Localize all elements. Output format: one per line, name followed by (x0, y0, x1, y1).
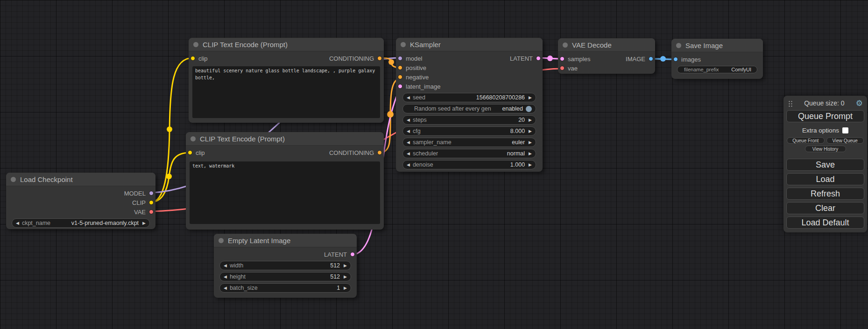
scheduler-widget[interactable]: ◀ scheduler normal ▶ (402, 149, 536, 158)
increment-arrow-icon[interactable]: ▶ (529, 118, 532, 122)
decrement-arrow-icon[interactable]: ◀ (224, 286, 227, 290)
increment-arrow-icon[interactable]: ▶ (529, 96, 532, 100)
node-title: Save Image (685, 42, 723, 49)
view-history-button[interactable]: View History (805, 146, 846, 152)
collapse-dot-icon[interactable] (401, 42, 406, 47)
port-conditioning-output[interactable] (377, 150, 382, 155)
port-model-output[interactable] (149, 191, 154, 196)
link-dot[interactable] (167, 126, 172, 132)
link-dot[interactable] (387, 111, 394, 118)
node-ksampler[interactable]: KSampler model LATENT positive negative … (396, 38, 543, 172)
load-default-button[interactable]: Load Default (786, 217, 864, 229)
clear-button[interactable]: Clear (786, 202, 864, 214)
queue-prompt-button[interactable]: Queue Prompt (786, 110, 864, 122)
port-conditioning-output[interactable] (377, 56, 382, 61)
link-dot[interactable] (166, 174, 172, 179)
collapse-dot-icon[interactable] (219, 238, 224, 243)
port-samples-input[interactable] (560, 56, 565, 61)
view-queue-button[interactable]: View Queue (826, 137, 864, 144)
node-title-bar[interactable]: CLIP Text Encode (Prompt) (186, 132, 384, 146)
height-widget[interactable]: ◀ height 512 ▶ (219, 272, 351, 281)
steps-widget[interactable]: ◀ steps 20 ▶ (402, 115, 536, 125)
port-image-output[interactable] (649, 56, 653, 61)
collapse-dot-icon[interactable] (563, 42, 568, 48)
decrement-arrow-icon[interactable]: ◀ (407, 118, 410, 122)
link-dot[interactable] (547, 56, 553, 61)
prev-arrow-icon[interactable]: ◀ (407, 140, 410, 145)
cfg-widget[interactable]: ◀ cfg 8.000 ▶ (402, 126, 536, 136)
port-latent-output[interactable] (536, 56, 541, 61)
node-title-bar[interactable]: Save Image (671, 39, 763, 52)
ckpt-name-widget[interactable]: ◀ ckpt_name v1-5-pruned-emaonly.ckpt ▶ (12, 218, 150, 228)
node-title-bar[interactable]: VAE Decode (558, 38, 655, 52)
load-button[interactable]: Load (786, 173, 864, 185)
decrement-arrow-icon[interactable]: ◀ (407, 129, 410, 133)
decrement-arrow-icon[interactable]: ◀ (407, 163, 410, 167)
link-dot[interactable] (660, 56, 666, 62)
collapse-dot-icon[interactable] (193, 42, 198, 47)
widget-label: height (230, 273, 246, 280)
node-clip-text-encode-positive[interactable]: CLIP Text Encode (Prompt) clip CONDITION… (189, 38, 384, 123)
next-arrow-icon[interactable]: ▶ (529, 140, 532, 145)
port-latent-output[interactable] (350, 252, 355, 257)
width-widget[interactable]: ◀ width 512 ▶ (219, 261, 351, 270)
prev-arrow-icon[interactable]: ◀ (407, 152, 410, 156)
increment-arrow-icon[interactable]: ▶ (529, 163, 532, 167)
increment-arrow-icon[interactable]: ▶ (529, 129, 532, 133)
port-label-latent: LATENT (510, 55, 533, 62)
link-dot[interactable] (388, 59, 394, 65)
port-label-clip: clip (198, 55, 208, 62)
queue-front-button[interactable]: Queue Front (787, 137, 825, 144)
node-title-bar[interactable]: KSampler (396, 38, 543, 51)
port-negative-input[interactable] (398, 75, 402, 79)
positive-prompt-textarea[interactable]: beautiful scenery nature glass bottle la… (192, 66, 380, 118)
port-model-input[interactable] (398, 56, 402, 61)
port-label-latent-image: latent_image (406, 83, 440, 90)
port-clip-input[interactable] (191, 56, 195, 61)
collapse-dot-icon[interactable] (11, 177, 16, 182)
save-button[interactable]: Save (786, 159, 864, 171)
collapse-dot-icon[interactable] (676, 43, 681, 48)
node-title-bar[interactable]: Empty Latent Image (214, 234, 357, 247)
port-clip-output[interactable] (149, 200, 154, 205)
collapse-dot-icon[interactable] (191, 136, 196, 141)
node-clip-text-encode-negative[interactable]: CLIP Text Encode (Prompt) clip CONDITION… (186, 132, 384, 230)
batch-size-widget[interactable]: ◀ batch_size 1 ▶ (219, 283, 351, 293)
settings-gear-icon[interactable]: ⚙ (856, 99, 863, 107)
widget-label: width (230, 262, 243, 269)
random-seed-toggle-widget[interactable]: Random seed after every gen enabled (402, 104, 536, 113)
prev-arrow-icon[interactable]: ◀ (16, 221, 19, 225)
node-empty-latent-image[interactable]: Empty Latent Image LATENT ◀ width 512 ▶ … (214, 234, 357, 298)
node-vae-decode[interactable]: VAE Decode samples IMAGE vae (558, 38, 655, 74)
node-title-bar[interactable]: CLIP Text Encode (Prompt) (189, 38, 384, 51)
node-title-bar[interactable]: Load Checkpoint (6, 173, 155, 186)
filename-prefix-widget[interactable]: filename_prefix ComfyUI (677, 66, 757, 73)
next-arrow-icon[interactable]: ▶ (529, 152, 532, 156)
port-vae-input[interactable] (560, 66, 565, 70)
node-save-image[interactable]: Save Image images filename_prefix ComfyU… (671, 39, 763, 79)
denoise-widget[interactable]: ◀ denoise 1.000 ▶ (402, 160, 536, 169)
port-latent-image-input[interactable] (398, 84, 402, 89)
extra-options-checkbox[interactable] (842, 127, 848, 133)
increment-arrow-icon[interactable]: ▶ (344, 275, 347, 279)
drag-handle-icon[interactable] (788, 100, 793, 107)
negative-prompt-textarea[interactable]: text, watermark (190, 161, 380, 224)
increment-arrow-icon[interactable]: ▶ (344, 286, 347, 290)
node-graph-canvas[interactable]: Load Checkpoint MODEL CLIP VAE ◀ ckpt_na… (0, 0, 868, 329)
increment-arrow-icon[interactable]: ▶ (344, 264, 347, 268)
port-images-input[interactable] (673, 57, 678, 62)
decrement-arrow-icon[interactable]: ◀ (407, 96, 410, 100)
seed-widget[interactable]: ◀ seed 156680208700286 ▶ (402, 93, 536, 102)
node-title: Empty Latent Image (228, 237, 290, 245)
toggle-knob-icon[interactable] (526, 106, 532, 112)
decrement-arrow-icon[interactable]: ◀ (224, 264, 227, 268)
port-positive-input[interactable] (398, 65, 402, 70)
decrement-arrow-icon[interactable]: ◀ (224, 275, 227, 279)
refresh-button[interactable]: Refresh (786, 188, 864, 200)
sampler-name-widget[interactable]: ◀ sampler_name euler ▶ (402, 138, 536, 147)
port-clip-input[interactable] (188, 150, 192, 155)
port-vae-output[interactable] (149, 210, 154, 214)
next-arrow-icon[interactable]: ▶ (142, 221, 146, 225)
node-load-checkpoint[interactable]: Load Checkpoint MODEL CLIP VAE ◀ ckpt_na… (6, 173, 155, 229)
port-label-conditioning: CONDITIONING (329, 55, 374, 62)
